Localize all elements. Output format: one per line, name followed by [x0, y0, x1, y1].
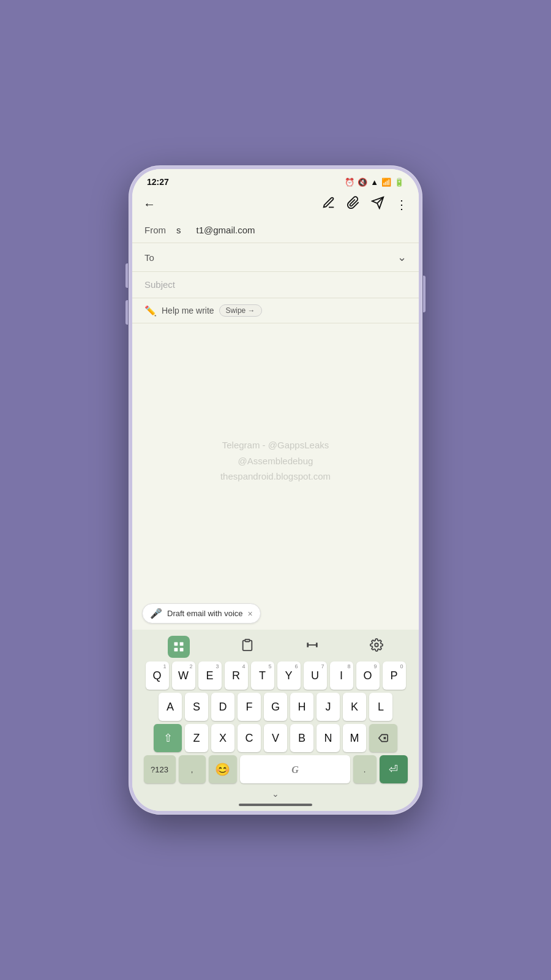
compose-area: From s t1@gmail.com To ⌄ Subject ✏️ Help [132, 217, 419, 630]
keyboard-toolbar [132, 630, 419, 662]
keyboard: Q1 W2 E3 R4 T5 Y6 U7 I8 O9 P0 A S D F [132, 630, 419, 811]
edit-icon[interactable] [322, 196, 335, 213]
home-indicator [239, 804, 312, 806]
key-E[interactable]: E3 [198, 662, 222, 690]
help-write-text: Help me write [162, 306, 214, 315]
key-N[interactable]: N [317, 724, 340, 752]
emoji-key[interactable]: 😊 [209, 755, 237, 783]
svg-rect-3 [174, 643, 178, 646]
from-email: t1@gmail.com [197, 225, 255, 235]
battery-icon: 🔋 [394, 178, 404, 187]
keyboard-row-3: ⇧ Z X C V B N M [136, 724, 415, 752]
key-P[interactable]: P0 [383, 662, 406, 690]
keyboard-bottom-bar [132, 800, 419, 806]
signal-icon: 📶 [381, 178, 391, 187]
mute-icon: 🔇 [358, 178, 367, 187]
key-A[interactable]: A [159, 693, 182, 721]
keyboard-grid-button[interactable] [168, 636, 190, 658]
keyboard-rows: Q1 W2 E3 R4 T5 Y6 U7 I8 O9 P0 A S D F [132, 662, 419, 783]
status-icons: ⏰ 🔇 ▲ 📶 🔋 [345, 178, 404, 187]
alarm-icon: ⏰ [345, 178, 354, 187]
key-U[interactable]: U7 [304, 662, 327, 690]
voice-chip[interactable]: 🎤 Draft email with voice × [142, 603, 261, 624]
key-Y[interactable]: Y6 [277, 662, 301, 690]
status-bar: 12:27 ⏰ 🔇 ▲ 📶 🔋 [132, 169, 419, 191]
keyboard-hide-icon[interactable]: ⌄ [272, 789, 279, 799]
voice-chip-container: 🎤 Draft email with voice × [132, 598, 419, 630]
settings-icon[interactable] [370, 638, 383, 655]
key-J[interactable]: J [317, 693, 340, 721]
key-W[interactable]: W2 [172, 662, 195, 690]
action-bar: ← [132, 191, 419, 217]
num-switch-key[interactable]: ?123 [144, 755, 176, 783]
subject-placeholder: Subject [144, 279, 175, 290]
from-value: s t1@gmail.com [176, 225, 407, 235]
svg-rect-6 [179, 648, 183, 652]
svg-rect-4 [179, 643, 183, 646]
key-H[interactable]: H [290, 693, 313, 721]
phone-screen: 12:27 ⏰ 🔇 ▲ 📶 🔋 ← [132, 169, 419, 811]
watermark-line2: @Assembledebug [220, 453, 331, 469]
wifi-icon: ▲ [370, 178, 378, 187]
key-R[interactable]: R4 [225, 662, 248, 690]
key-M[interactable]: M [343, 724, 366, 752]
key-Z[interactable]: Z [185, 724, 208, 752]
keyboard-chevron-bar: ⌄ [132, 786, 419, 800]
key-X[interactable]: X [211, 724, 234, 752]
to-field-row[interactable]: To ⌄ [132, 243, 419, 272]
key-K[interactable]: K [343, 693, 366, 721]
key-G[interactable]: G [264, 693, 287, 721]
key-V[interactable]: V [264, 724, 287, 752]
key-D[interactable]: D [211, 693, 234, 721]
subject-field-row[interactable]: Subject [132, 272, 419, 298]
key-B[interactable]: B [290, 724, 313, 752]
from-initial: s [176, 225, 181, 235]
key-T[interactable]: T5 [251, 662, 274, 690]
keyboard-row-1: Q1 W2 E3 R4 T5 Y6 U7 I8 O9 P0 [136, 662, 415, 690]
cursor-icon[interactable] [305, 638, 319, 655]
help-write-bar[interactable]: ✏️ Help me write Swipe → [132, 298, 419, 323]
key-F[interactable]: F [238, 693, 261, 721]
to-label: To [144, 252, 176, 263]
comma-key[interactable]: , [179, 755, 206, 783]
svg-line-0 [324, 198, 327, 201]
key-Q[interactable]: Q1 [146, 662, 169, 690]
svg-rect-5 [174, 648, 178, 652]
key-O[interactable]: O9 [356, 662, 380, 690]
key-C[interactable]: C [238, 724, 261, 752]
delete-key[interactable] [369, 724, 397, 752]
to-chevron-icon[interactable]: ⌄ [397, 251, 407, 264]
watermark-line1: Telegram - @GappsLeaks [220, 437, 331, 453]
shift-key[interactable]: ⇧ [154, 724, 182, 752]
enter-key[interactable]: ⏎ [380, 755, 408, 783]
attach-icon[interactable] [347, 196, 360, 213]
keyboard-row-2: A S D F G H J K L [136, 693, 415, 721]
space-key[interactable]: G [240, 755, 350, 783]
microphone-icon: 🎤 [150, 608, 162, 619]
key-I[interactable]: I8 [330, 662, 353, 690]
status-time: 12:27 [147, 177, 169, 187]
svg-text:G: G [291, 764, 299, 775]
svg-point-11 [375, 643, 379, 647]
back-button[interactable]: ← [143, 197, 156, 211]
send-icon[interactable] [371, 196, 384, 213]
swipe-button[interactable]: Swipe → [219, 304, 262, 317]
watermark: Telegram - @GappsLeaks @Assembledebug th… [220, 437, 331, 484]
body-area[interactable]: Telegram - @GappsLeaks @Assembledebug th… [132, 323, 419, 598]
help-write-icon: ✏️ [144, 305, 157, 317]
watermark-line3: thespandroid.blogspot.com [220, 469, 331, 484]
from-field-row: From s t1@gmail.com [132, 217, 419, 243]
key-L[interactable]: L [369, 693, 392, 721]
key-S[interactable]: S [185, 693, 208, 721]
more-icon[interactable]: ⋮ [395, 197, 408, 212]
voice-chip-text: Draft email with voice [167, 609, 243, 618]
period-key[interactable]: . [353, 755, 377, 783]
svg-rect-7 [246, 639, 250, 642]
keyboard-row-4: ?123 , 😊 G . ⏎ [136, 755, 415, 783]
from-label: From [144, 225, 176, 235]
clipboard-icon[interactable] [241, 638, 254, 655]
voice-chip-close-button[interactable]: × [248, 609, 253, 619]
phone-frame: 12:27 ⏰ 🔇 ▲ 📶 🔋 ← [129, 165, 422, 815]
